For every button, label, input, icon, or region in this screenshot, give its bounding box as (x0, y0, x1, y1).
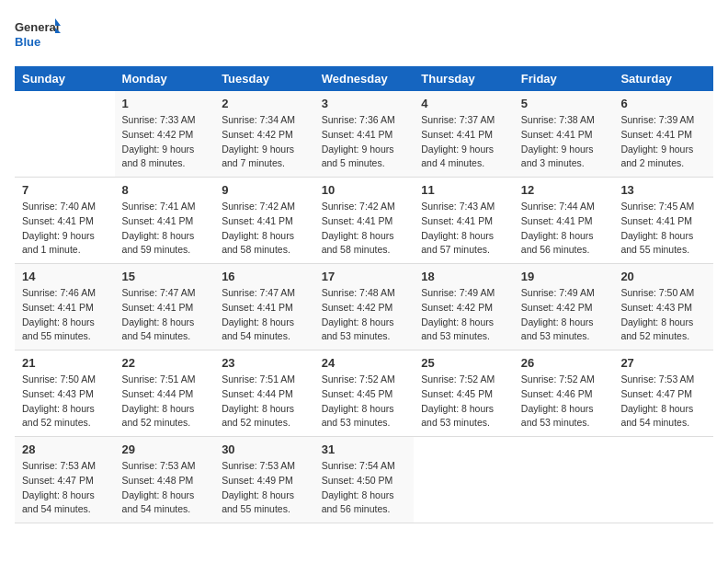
day-number: 10 (322, 183, 407, 197)
calendar-cell: 24Sunrise: 7:52 AMSunset: 4:45 PMDayligh… (314, 350, 415, 437)
calendar-cell: 1Sunrise: 7:33 AMSunset: 4:42 PMDaylight… (115, 91, 215, 178)
day-number: 4 (421, 97, 506, 110)
day-info: Sunrise: 7:40 AMSunset: 4:41 PMDaylight:… (22, 200, 108, 258)
day-number: 15 (122, 270, 208, 283)
calendar-cell (15, 91, 115, 178)
day-number: 25 (421, 356, 506, 370)
day-info: Sunrise: 7:52 AMSunset: 4:45 PMDaylight:… (322, 373, 407, 431)
day-number: 3 (322, 97, 407, 110)
day-info: Sunrise: 7:49 AMSunset: 4:42 PMDaylight:… (521, 286, 607, 344)
calendar-cell: 22Sunrise: 7:51 AMSunset: 4:44 PMDayligh… (115, 350, 215, 437)
day-number: 23 (222, 356, 307, 370)
day-number: 31 (322, 442, 407, 456)
calendar-cell: 8Sunrise: 7:41 AMSunset: 4:41 PMDaylight… (115, 178, 215, 264)
calendar-cell: 17Sunrise: 7:48 AMSunset: 4:42 PMDayligh… (314, 264, 415, 350)
day-info: Sunrise: 7:53 AMSunset: 4:48 PMDaylight:… (122, 459, 208, 517)
svg-text:General: General (15, 20, 59, 34)
day-info: Sunrise: 7:53 AMSunset: 4:47 PMDaylight:… (620, 373, 706, 431)
day-info: Sunrise: 7:51 AMSunset: 4:44 PMDaylight:… (222, 373, 307, 431)
svg-text:Blue: Blue (15, 35, 40, 49)
day-number: 29 (122, 442, 208, 456)
day-number: 16 (222, 270, 307, 283)
day-number: 18 (421, 270, 506, 283)
calendar-cell: 6Sunrise: 7:39 AMSunset: 4:41 PMDaylight… (613, 91, 713, 178)
day-number: 20 (620, 270, 706, 283)
day-info: Sunrise: 7:54 AMSunset: 4:50 PMDaylight:… (322, 459, 407, 517)
day-number: 21 (22, 356, 108, 370)
day-info: Sunrise: 7:42 AMSunset: 4:41 PMDaylight:… (222, 200, 307, 258)
calendar-cell: 10Sunrise: 7:42 AMSunset: 4:41 PMDayligh… (314, 178, 415, 264)
day-info: Sunrise: 7:37 AMSunset: 4:41 PMDaylight:… (421, 113, 506, 171)
day-info: Sunrise: 7:51 AMSunset: 4:44 PMDaylight:… (122, 373, 208, 431)
page-header: General Blue (15, 15, 713, 55)
day-number: 13 (620, 183, 706, 197)
day-number: 7 (22, 183, 108, 197)
day-number: 17 (322, 270, 407, 283)
calendar-cell: 16Sunrise: 7:47 AMSunset: 4:41 PMDayligh… (214, 264, 314, 350)
day-info: Sunrise: 7:41 AMSunset: 4:41 PMDaylight:… (122, 200, 208, 258)
day-number: 8 (122, 183, 208, 197)
day-header-sunday: Sunday (15, 66, 115, 91)
calendar-header-row: SundayMondayTuesdayWednesdayThursdayFrid… (15, 66, 713, 91)
calendar-cell: 19Sunrise: 7:49 AMSunset: 4:42 PMDayligh… (514, 264, 614, 350)
calendar-cell: 7Sunrise: 7:40 AMSunset: 4:41 PMDaylight… (15, 178, 115, 264)
day-number: 28 (22, 442, 108, 456)
day-info: Sunrise: 7:44 AMSunset: 4:41 PMDaylight:… (521, 200, 607, 258)
calendar-cell: 11Sunrise: 7:43 AMSunset: 4:41 PMDayligh… (414, 178, 514, 264)
day-info: Sunrise: 7:42 AMSunset: 4:41 PMDaylight:… (322, 200, 407, 258)
calendar-week-row: 21Sunrise: 7:50 AMSunset: 4:43 PMDayligh… (15, 350, 713, 437)
day-info: Sunrise: 7:53 AMSunset: 4:49 PMDaylight:… (222, 459, 307, 517)
day-info: Sunrise: 7:53 AMSunset: 4:47 PMDaylight:… (22, 459, 108, 517)
day-header-thursday: Thursday (414, 66, 514, 91)
day-number: 9 (222, 183, 307, 197)
day-info: Sunrise: 7:33 AMSunset: 4:42 PMDaylight:… (122, 113, 208, 171)
day-info: Sunrise: 7:39 AMSunset: 4:41 PMDaylight:… (620, 113, 706, 171)
calendar-cell: 26Sunrise: 7:52 AMSunset: 4:46 PMDayligh… (514, 350, 614, 437)
calendar-cell: 2Sunrise: 7:34 AMSunset: 4:42 PMDaylight… (214, 91, 314, 178)
calendar-week-row: 1Sunrise: 7:33 AMSunset: 4:42 PMDaylight… (15, 91, 713, 178)
day-info: Sunrise: 7:34 AMSunset: 4:42 PMDaylight:… (222, 113, 307, 171)
calendar-cell: 20Sunrise: 7:50 AMSunset: 4:43 PMDayligh… (613, 264, 713, 350)
day-header-monday: Monday (115, 66, 215, 91)
calendar-cell: 29Sunrise: 7:53 AMSunset: 4:48 PMDayligh… (115, 437, 215, 523)
calendar-cell: 14Sunrise: 7:46 AMSunset: 4:41 PMDayligh… (15, 264, 115, 350)
day-number: 11 (421, 183, 506, 197)
calendar-cell: 21Sunrise: 7:50 AMSunset: 4:43 PMDayligh… (15, 350, 115, 437)
logo-svg: General Blue (15, 15, 61, 55)
day-info: Sunrise: 7:47 AMSunset: 4:41 PMDaylight:… (222, 286, 307, 344)
calendar-cell: 9Sunrise: 7:42 AMSunset: 4:41 PMDaylight… (214, 178, 314, 264)
calendar-table: SundayMondayTuesdayWednesdayThursdayFrid… (15, 66, 713, 523)
day-info: Sunrise: 7:49 AMSunset: 4:42 PMDaylight:… (421, 286, 506, 344)
day-number: 2 (222, 97, 307, 110)
calendar-cell: 31Sunrise: 7:54 AMSunset: 4:50 PMDayligh… (314, 437, 415, 523)
calendar-cell: 3Sunrise: 7:36 AMSunset: 4:41 PMDaylight… (314, 91, 415, 178)
day-info: Sunrise: 7:47 AMSunset: 4:41 PMDaylight:… (122, 286, 208, 344)
day-info: Sunrise: 7:48 AMSunset: 4:42 PMDaylight:… (322, 286, 407, 344)
day-number: 26 (521, 356, 607, 370)
day-number: 22 (122, 356, 208, 370)
logo: General Blue (15, 15, 61, 55)
calendar-cell: 27Sunrise: 7:53 AMSunset: 4:47 PMDayligh… (613, 350, 713, 437)
day-info: Sunrise: 7:50 AMSunset: 4:43 PMDaylight:… (22, 373, 108, 431)
day-info: Sunrise: 7:52 AMSunset: 4:46 PMDaylight:… (521, 373, 607, 431)
calendar-cell: 4Sunrise: 7:37 AMSunset: 4:41 PMDaylight… (414, 91, 514, 178)
day-info: Sunrise: 7:43 AMSunset: 4:41 PMDaylight:… (421, 200, 506, 258)
day-number: 27 (620, 356, 706, 370)
day-number: 12 (521, 183, 607, 197)
calendar-cell (613, 437, 713, 523)
calendar-cell: 5Sunrise: 7:38 AMSunset: 4:41 PMDaylight… (514, 91, 614, 178)
calendar-week-row: 7Sunrise: 7:40 AMSunset: 4:41 PMDaylight… (15, 178, 713, 264)
day-info: Sunrise: 7:45 AMSunset: 4:41 PMDaylight:… (620, 200, 706, 258)
calendar-week-row: 14Sunrise: 7:46 AMSunset: 4:41 PMDayligh… (15, 264, 713, 350)
day-header-wednesday: Wednesday (314, 66, 415, 91)
calendar-cell: 18Sunrise: 7:49 AMSunset: 4:42 PMDayligh… (414, 264, 514, 350)
day-header-tuesday: Tuesday (214, 66, 314, 91)
calendar-cell: 30Sunrise: 7:53 AMSunset: 4:49 PMDayligh… (214, 437, 314, 523)
calendar-cell: 25Sunrise: 7:52 AMSunset: 4:45 PMDayligh… (414, 350, 514, 437)
day-number: 1 (122, 97, 208, 110)
day-info: Sunrise: 7:52 AMSunset: 4:45 PMDaylight:… (421, 373, 506, 431)
calendar-cell: 23Sunrise: 7:51 AMSunset: 4:44 PMDayligh… (214, 350, 314, 437)
calendar-cell (514, 437, 614, 523)
calendar-cell: 28Sunrise: 7:53 AMSunset: 4:47 PMDayligh… (15, 437, 115, 523)
day-number: 6 (620, 97, 706, 110)
